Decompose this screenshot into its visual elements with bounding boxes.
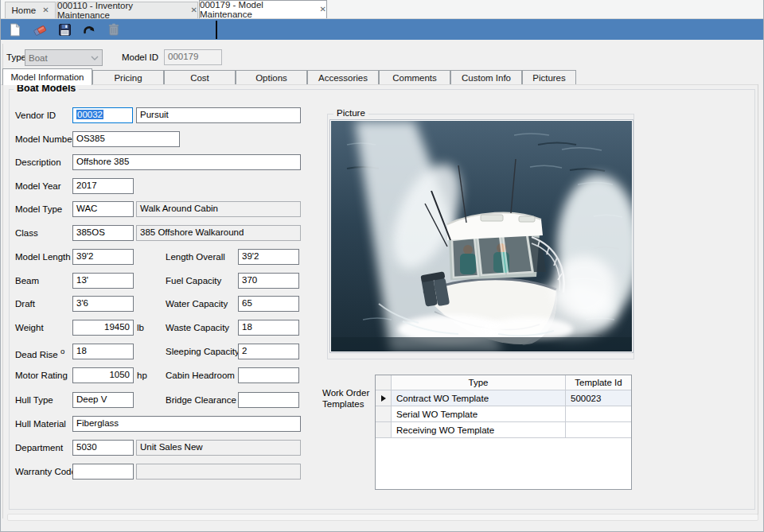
close-icon[interactable]: ✕ bbox=[42, 6, 49, 14]
department-input[interactable]: 5030 bbox=[72, 440, 134, 456]
row-selector-cell[interactable] bbox=[376, 390, 392, 406]
bridge-clearance-input[interactable] bbox=[238, 392, 299, 408]
tab-model-information[interactable]: Model Information bbox=[2, 68, 92, 85]
motor-rating-label: Motor Rating bbox=[15, 371, 68, 380]
row-selector-cell[interactable] bbox=[376, 422, 392, 438]
vendor-id-input[interactable]: 00032 bbox=[72, 107, 133, 123]
draft-input[interactable]: 3'6 bbox=[72, 296, 134, 312]
type-dropdown-value: Boat bbox=[29, 53, 48, 63]
tab-label: Model Information bbox=[10, 72, 84, 82]
model-year-input[interactable]: 2017 bbox=[72, 178, 134, 194]
tab-label: Pictures bbox=[532, 73, 566, 83]
waste-capacity-input[interactable]: 18 bbox=[238, 320, 299, 336]
water-capacity-input[interactable]: 65 bbox=[238, 296, 299, 312]
weight-input[interactable]: 19450 bbox=[72, 320, 134, 336]
cell-type[interactable]: Contract WO Template bbox=[392, 390, 566, 406]
grid-header-row: Type Template Id bbox=[376, 375, 631, 390]
tab-page-border-right bbox=[758, 84, 758, 518]
table-row[interactable]: Contract WO Template 500023 bbox=[376, 390, 631, 406]
beam-input[interactable]: 13' bbox=[72, 273, 134, 289]
grid-column-type[interactable]: Type bbox=[392, 375, 566, 390]
waste-capacity-label: Waste Capacity bbox=[166, 323, 229, 332]
hull-type-input[interactable]: Deep V bbox=[72, 392, 134, 408]
table-row[interactable]: Receiving WO Template bbox=[376, 422, 631, 438]
boat-photo-graphic bbox=[331, 121, 632, 351]
model-type-input[interactable]: WAC bbox=[72, 201, 134, 217]
work-order-templates-label: Work Order Templates bbox=[322, 387, 370, 410]
motor-rating-input[interactable]: 1050 bbox=[72, 367, 134, 383]
cell-template-id[interactable] bbox=[566, 422, 631, 438]
model-type-label: Model Type bbox=[15, 204, 62, 214]
doc-tab-label: 000179 - Model Maintenance bbox=[200, 0, 314, 19]
save-icon[interactable] bbox=[57, 22, 72, 37]
motor-rating-unit: hp bbox=[137, 371, 147, 380]
doc-tab-home[interactable]: Home ✕ bbox=[5, 2, 56, 18]
current-row-arrow-icon bbox=[381, 395, 386, 402]
type-dropdown[interactable]: Boat bbox=[25, 49, 103, 66]
tab-label: Options bbox=[255, 73, 287, 83]
cabin-headroom-input[interactable] bbox=[238, 367, 299, 383]
hull-material-label: Hull Material bbox=[15, 419, 66, 429]
cell-template-id[interactable] bbox=[566, 406, 631, 422]
tab-label: Comments bbox=[392, 73, 437, 83]
degree-symbol: o bbox=[60, 347, 64, 355]
tab-accessories[interactable]: Accessories bbox=[307, 70, 379, 84]
class-desc: 385 Offshore Walkaround bbox=[136, 225, 301, 241]
tab-cost[interactable]: Cost bbox=[164, 70, 236, 84]
fuel-capacity-input[interactable]: 370 bbox=[238, 273, 299, 289]
table-row[interactable]: Serial WO Template bbox=[376, 406, 631, 422]
tab-pictures[interactable]: Pictures bbox=[522, 70, 576, 84]
department-desc: Unit Sales New bbox=[136, 440, 301, 456]
model-maintenance-window: Home ✕ 000110 - Inventory Maintenance ✕ … bbox=[0, 0, 764, 532]
tab-label: Accessories bbox=[318, 73, 368, 83]
sleeping-capacity-input[interactable]: 2 bbox=[238, 344, 299, 359]
model-length-input[interactable]: 39'2 bbox=[72, 249, 134, 265]
beam-label: Beam bbox=[15, 276, 39, 285]
model-length-label: Model Length bbox=[15, 252, 71, 262]
cell-template-id[interactable]: 500023 bbox=[566, 390, 631, 406]
tab-comments[interactable]: Comments bbox=[379, 70, 450, 84]
vendor-id-label: Vendor ID bbox=[15, 111, 56, 120]
dead-rise-label: Dead Rise o bbox=[15, 347, 64, 359]
cell-type[interactable]: Receiving WO Template bbox=[392, 422, 566, 438]
warranty-code-desc bbox=[136, 464, 301, 480]
cell-type[interactable]: Serial WO Template bbox=[392, 406, 566, 422]
toolbar-caret-divider bbox=[216, 21, 217, 39]
new-document-icon[interactable] bbox=[8, 22, 22, 37]
grid-selector-header bbox=[376, 375, 392, 390]
work-order-templates-grid: Type Template Id Contract WO Template 50… bbox=[375, 375, 632, 490]
dead-rise-input[interactable]: 18 bbox=[72, 344, 134, 359]
fuel-capacity-label: Fuel Capacity bbox=[166, 276, 221, 285]
close-icon[interactable]: ✕ bbox=[191, 6, 197, 14]
model-id-label: Model ID bbox=[122, 52, 158, 62]
row-selector-cell[interactable] bbox=[376, 406, 392, 422]
hull-type-label: Hull Type bbox=[15, 395, 53, 405]
delete-icon bbox=[107, 22, 121, 37]
tab-pricing[interactable]: Pricing bbox=[92, 70, 164, 84]
vendor-id-value: 00032 bbox=[76, 110, 103, 119]
grid-column-template-id[interactable]: Template Id bbox=[566, 375, 631, 390]
vendor-name-field[interactable]: Pursuit bbox=[136, 107, 301, 123]
sleeping-capacity-label: Sleeping Capacity bbox=[166, 347, 240, 356]
undo-icon[interactable] bbox=[82, 22, 96, 37]
tab-options[interactable]: Options bbox=[236, 70, 307, 84]
model-number-input[interactable]: OS385 bbox=[72, 131, 180, 147]
close-icon[interactable]: ✕ bbox=[320, 6, 326, 14]
model-type-desc: Walk Around Cabin bbox=[136, 201, 301, 217]
doc-tab-inventory-maintenance[interactable]: 000110 - Inventory Maintenance ✕ bbox=[57, 2, 198, 18]
doc-tab-model-maintenance[interactable]: 000179 - Model Maintenance ✕ bbox=[199, 0, 327, 18]
type-label: Type bbox=[6, 52, 26, 62]
model-id-field: 000179 bbox=[164, 49, 222, 65]
tab-page-border bbox=[1, 84, 758, 85]
length-overall-input[interactable]: 39'2 bbox=[238, 249, 299, 265]
boat-photo bbox=[329, 119, 633, 353]
description-input[interactable]: Offshore 385 bbox=[72, 154, 301, 170]
tab-custom-info[interactable]: Custom Info bbox=[450, 70, 522, 84]
class-input[interactable]: 385OS bbox=[72, 225, 134, 241]
eraser-icon[interactable] bbox=[33, 22, 47, 37]
description-label: Description bbox=[15, 157, 61, 167]
warranty-code-input[interactable] bbox=[72, 464, 134, 480]
hull-material-input[interactable]: Fiberglass bbox=[72, 416, 301, 432]
water-capacity-label: Water Capacity bbox=[166, 299, 228, 309]
toolbar bbox=[1, 18, 764, 40]
